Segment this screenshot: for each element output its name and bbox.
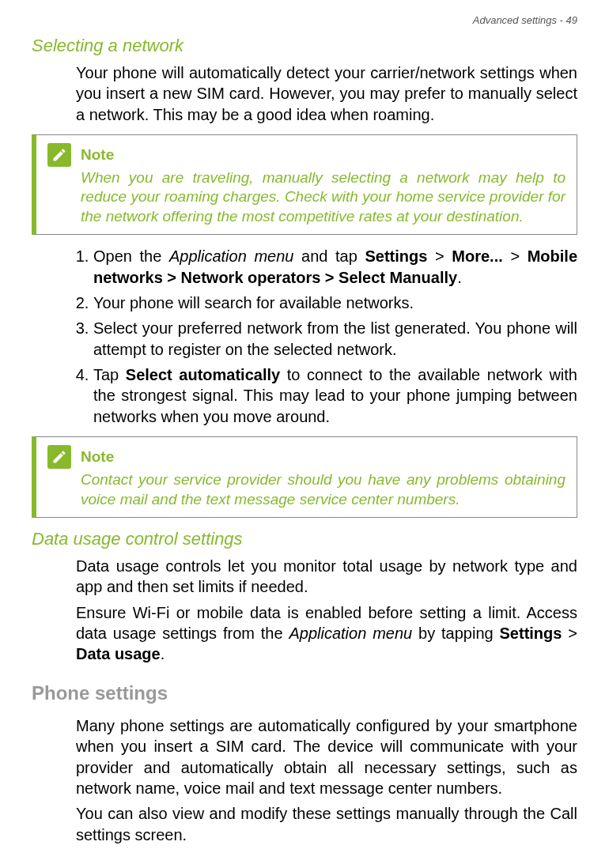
- subheading-selecting-network: Selecting a network: [32, 36, 577, 56]
- heading-phone-settings: Phone settings: [32, 682, 577, 704]
- p2-text: >: [562, 625, 577, 642]
- step-text: and tap: [293, 247, 365, 265]
- note-body: Contact your service provider should you…: [81, 470, 566, 509]
- p2-text-italic: Application menu: [289, 625, 412, 642]
- phone-settings-p1: Many phone settings are automatically co…: [76, 715, 577, 799]
- step-text: .: [457, 269, 462, 286]
- note-body: When you are traveling, manually selecti…: [81, 168, 566, 226]
- step-text-bold: Select automatically: [126, 366, 280, 383]
- intro-paragraph: Your phone will automatically detect you…: [76, 62, 577, 125]
- step-3: Select your preferred network from the l…: [93, 318, 577, 360]
- p2-text-bold: Data usage: [76, 645, 161, 662]
- note-title: Note: [81, 448, 114, 466]
- step-2: Your phone will search for available net…: [93, 292, 577, 313]
- step-4: Tap Select automatically to connect to t…: [93, 364, 577, 427]
- p2-text-bold: Settings: [500, 625, 562, 642]
- step-text-italic: Application menu: [169, 247, 294, 265]
- note-box-roaming: Note When you are traveling, manually se…: [32, 134, 577, 235]
- step-text: >: [427, 247, 452, 265]
- p2-text: .: [161, 645, 165, 662]
- subheading-data-usage: Data usage control settings: [32, 529, 577, 549]
- step-text: >: [503, 247, 528, 265]
- step-text-bold: Settings: [365, 247, 427, 265]
- phone-settings-p2: You can also view and modify these setti…: [76, 803, 577, 845]
- p2-text: by tapping: [412, 625, 499, 642]
- data-usage-p2: Ensure Wi-Fi or mobile data is enabled b…: [76, 602, 577, 665]
- data-usage-p1: Data usage controls let you monitor tota…: [76, 556, 577, 598]
- step-text: Open the: [93, 247, 169, 265]
- step-text-bold: More...: [452, 247, 502, 265]
- pencil-icon: [47, 445, 71, 469]
- pencil-icon: [47, 143, 71, 167]
- note-title: Note: [81, 146, 114, 164]
- step-1: Open the Application menu and tap Settin…: [93, 246, 577, 288]
- step-text: Tap: [93, 366, 126, 383]
- note-box-service-provider: Note Contact your service provider shoul…: [32, 436, 577, 518]
- running-header: Advanced settings - 49: [32, 14, 577, 26]
- steps-list: Open the Application menu and tap Settin…: [76, 246, 577, 427]
